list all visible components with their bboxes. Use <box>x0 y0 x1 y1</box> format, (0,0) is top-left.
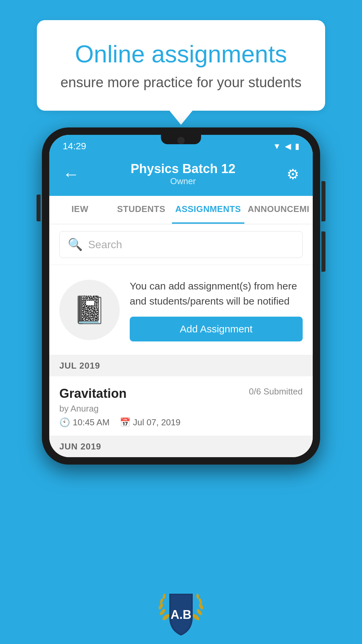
phone-camera <box>177 137 185 144</box>
promo-subtitle: ensure more practice for your students <box>60 74 302 91</box>
svg-text:A.B: A.B <box>171 608 191 622</box>
assignment-meta: 🕙 10:45 AM 📅 Jul 07, 2019 <box>59 417 303 428</box>
notebook-icon-circle: 📓 <box>59 280 120 340</box>
bottom-logo: A.B <box>158 587 204 644</box>
search-icon: 🔍 <box>68 237 83 252</box>
header-title: Physics Batch 12 <box>131 162 236 176</box>
clock-icon: 🕙 <box>59 417 70 428</box>
assignment-by: by Anurag <box>59 404 303 414</box>
speech-bubble: Online assignments ensure more practice … <box>37 20 325 111</box>
assignment-date-value: Jul 07, 2019 <box>133 417 181 428</box>
side-button-left <box>37 195 41 221</box>
side-button-right <box>321 181 325 221</box>
header-center: Physics Batch 12 Owner <box>131 162 236 186</box>
notebook-icon: 📓 <box>73 294 106 326</box>
add-assignment-button[interactable]: Add Assignment <box>130 317 303 341</box>
battery-icon: ▮ <box>295 142 299 151</box>
phone-outer: 14:29 ▼ ◀ ▮ ← Physics Batch 12 Owner ⚙ I… <box>42 127 320 465</box>
back-button[interactable]: ← <box>63 164 79 184</box>
search-container: 🔍 Search <box>49 224 313 265</box>
assignment-name: Gravitation <box>59 386 127 401</box>
tab-assignments[interactable]: ASSIGNMENTS <box>172 196 244 224</box>
promo-title: Online assignments <box>60 40 302 68</box>
status-time: 14:29 <box>63 141 86 152</box>
wifi-icon: ▼ <box>273 142 281 151</box>
tabs-bar: IEW STUDENTS ASSIGNMENTS ANNOUNCEMI <box>49 196 313 224</box>
header-subtitle: Owner <box>131 176 236 186</box>
app-header: ← Physics Batch 12 Owner ⚙ <box>49 155 313 196</box>
settings-button[interactable]: ⚙ <box>287 166 299 182</box>
calendar-icon: 📅 <box>120 417 130 428</box>
svg-point-9 <box>196 593 200 599</box>
status-icons: ▼ ◀ ▮ <box>273 142 299 151</box>
svg-point-8 <box>198 598 203 604</box>
add-assignment-promo: 📓 You can add assignment(s) from here an… <box>49 265 313 355</box>
add-assignment-content: You can add assignment(s) from here and … <box>130 278 303 341</box>
section-header-jul: JUL 2019 <box>49 355 313 376</box>
tab-iew[interactable]: IEW <box>49 196 111 224</box>
promo-area: Online assignments ensure more practice … <box>0 0 362 111</box>
svg-point-0 <box>162 613 170 622</box>
signal-icon: ◀ <box>285 142 291 151</box>
assignment-submitted: 0/6 Submitted <box>249 386 303 397</box>
add-assignment-description: You can add assignment(s) from here and … <box>130 278 303 309</box>
section-header-jun: JUN 2019 <box>49 436 313 457</box>
assignment-date: 📅 Jul 07, 2019 <box>120 417 181 428</box>
search-bar[interactable]: 🔍 Search <box>59 231 303 258</box>
assignment-item-gravitation[interactable]: Gravitation 0/6 Submitted by Anurag 🕙 10… <box>49 376 313 436</box>
logo-shield-svg: A.B <box>158 587 204 637</box>
assignment-time-value: 10:45 AM <box>73 417 110 428</box>
svg-point-4 <box>163 593 166 599</box>
assignment-time: 🕙 10:45 AM <box>59 417 110 428</box>
phone-mockup: 14:29 ▼ ◀ ▮ ← Physics Batch 12 Owner ⚙ I… <box>42 127 320 465</box>
tab-announcements[interactable]: ANNOUNCEMI <box>244 196 313 224</box>
assignment-row-title: Gravitation 0/6 Submitted <box>59 386 303 401</box>
phone-screen: 14:29 ▼ ◀ ▮ ← Physics Batch 12 Owner ⚙ I… <box>49 135 313 457</box>
svg-point-3 <box>159 598 164 604</box>
tab-students[interactable]: STUDENTS <box>111 196 172 224</box>
svg-point-5 <box>192 613 200 622</box>
side-button-right2 <box>321 231 325 272</box>
search-placeholder: Search <box>88 238 122 251</box>
